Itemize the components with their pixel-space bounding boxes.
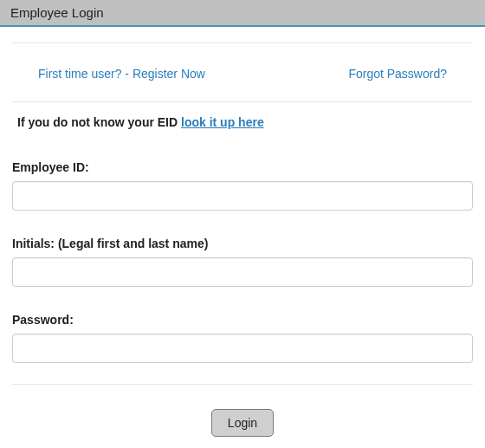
password-input[interactable] — [12, 334, 473, 363]
hint-prefix: If you do not know your EID — [17, 115, 181, 129]
password-label: Password: — [12, 313, 473, 327]
forgot-password-link[interactable]: Forgot Password? — [348, 67, 447, 81]
eid-hint: If you do not know your EID look it up h… — [12, 102, 473, 134]
employee-id-group: Employee ID: — [12, 160, 473, 211]
divider — [12, 384, 473, 385]
initials-group: Initials: (Legal first and last name) — [12, 237, 473, 287]
lookup-eid-link[interactable]: look it up here — [181, 115, 264, 129]
page-title: Employee Login — [10, 5, 104, 20]
employee-id-label: Employee ID: — [12, 160, 473, 174]
button-row: Login — [12, 409, 473, 448]
links-row: First time user? - Register Now Forgot P… — [12, 42, 473, 102]
employee-id-input[interactable] — [12, 181, 473, 211]
title-bar: Employee Login — [0, 0, 485, 27]
initials-label: Initials: (Legal first and last name) — [12, 237, 473, 250]
login-button[interactable]: Login — [211, 409, 274, 437]
initials-input[interactable] — [12, 257, 473, 287]
password-group: Password: — [12, 313, 473, 363]
login-form: Employee ID: Initials: (Legal first and … — [12, 160, 473, 363]
content: First time user? - Register Now Forgot P… — [0, 42, 485, 448]
register-link[interactable]: First time user? - Register Now — [38, 67, 205, 81]
